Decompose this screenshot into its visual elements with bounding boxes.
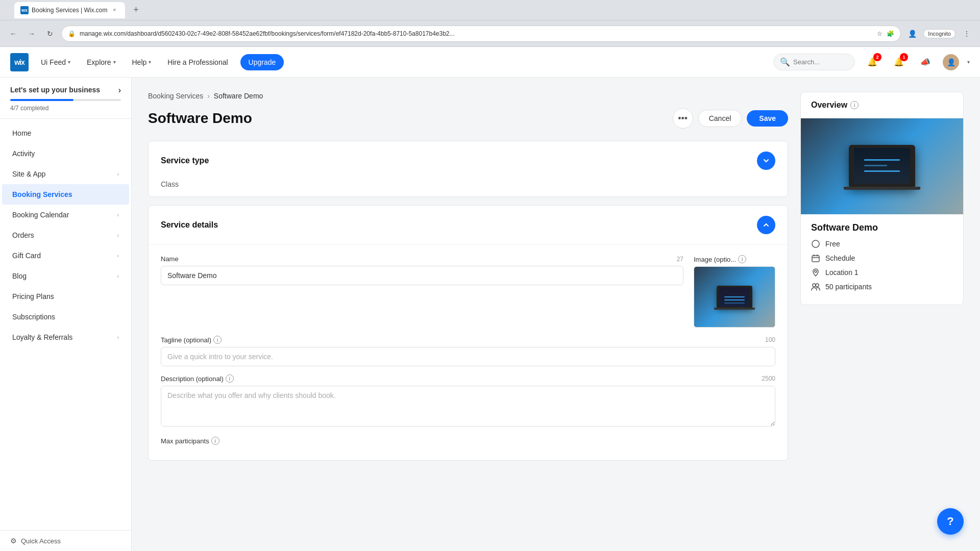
nav-item-hire[interactable]: Hire a Professional [163,56,232,68]
sidebar-item-loyalty-referrals[interactable]: Loyalty & Referrals › [2,327,129,347]
new-tab-btn[interactable]: + [129,3,143,17]
reload-btn[interactable]: ↻ [43,27,57,41]
notifications-badge: 2 [873,53,881,61]
sidebar-item-orders[interactable]: Orders › [2,225,129,245]
description-label-info: Description (optional) i [161,374,234,383]
shield-icon: 🔒 [68,30,76,37]
tab-close-btn[interactable]: × [111,6,119,14]
chevron-down-icon: ▾ [68,59,70,65]
wix-topnav: wix Ui Feed ▾ Explore ▾ Help ▾ Hire a Pr… [0,47,980,78]
name-image-row: Name 27 Image (optio... i [161,255,775,328]
nav-item-uifeed[interactable]: Ui Feed ▾ [37,56,75,68]
chevron-right-icon: › [117,334,119,340]
nav-item-help[interactable]: Help ▾ [128,56,156,68]
setup-progress-text: 4/7 completed [10,105,48,112]
tab-title: Booking Services | Wix.com [32,7,108,14]
setup-section: Let's set up your business › 4/7 complet… [0,78,131,119]
overview-screen [854,148,910,184]
max-participants-label-row: Max participants i [161,437,775,445]
participants-icon [811,282,820,291]
overview-location-detail: Location 1 [811,268,953,277]
address-text: manage.wix.com/dashboard/d5602430-02c7-4… [80,30,873,37]
chevron-right-icon: › [117,273,119,279]
megaphone-btn[interactable]: 📣 [916,53,935,71]
tab-favicon: wx [20,6,29,14]
service-details-collapse-btn[interactable] [757,216,775,234]
sidebar-item-label: Loyalty & Referrals [12,333,72,341]
max-participants-info-icon[interactable]: i [211,437,219,445]
sidebar: Let's set up your business › 4/7 complet… [0,78,132,551]
user-avatar[interactable]: 👤 [943,54,959,70]
menu-btn[interactable]: ⋮ [960,27,974,41]
description-group: Description (optional) i 2500 [161,374,775,429]
nav-item-label: Help [132,58,147,66]
sidebar-item-label: Booking Services [12,190,72,198]
name-input[interactable] [161,266,683,285]
description-textarea[interactable] [161,386,775,427]
save-button[interactable]: Save [747,110,788,127]
cancel-button[interactable]: Cancel [698,110,742,127]
alerts-btn[interactable]: 🔔 1 [890,53,908,71]
image-info-icon[interactable]: i [738,255,746,263]
overview-participants-detail: 50 participants [811,282,953,291]
overview-info-icon[interactable]: i [850,101,859,109]
sidebar-item-booking-calendar[interactable]: Booking Calendar › [2,205,129,225]
screen-lines [864,159,900,172]
sidebar-item-pricing-plans[interactable]: Pricing Plans [2,286,129,307]
overview-header: Overview i [801,92,963,118]
breadcrumb-parent[interactable]: Booking Services [148,92,203,100]
sidebar-item-subscriptions[interactable]: Subscriptions [2,307,129,327]
extensions-icon[interactable]: 🧩 [887,30,894,37]
tagline-input[interactable] [161,347,775,366]
overview-free-label: Free [825,240,840,248]
name-label: Name [161,255,179,263]
sidebar-item-booking-services[interactable]: Booking Services [2,184,129,205]
wix-logo[interactable]: wix [10,53,29,71]
name-group: Name 27 [161,255,683,328]
nav-item-label: Explore [87,58,111,66]
image-upload[interactable] [694,266,775,328]
overview-schedule-detail: Schedule [811,254,953,263]
profile-icon[interactable]: 👤 [905,27,919,41]
breadcrumb: Booking Services › Software Demo [148,92,788,100]
upgrade-button[interactable]: Upgrade [240,54,284,70]
overview-laptop-base [844,187,920,190]
description-label: Description (optional) [161,375,224,383]
svg-rect-1 [812,256,819,262]
forward-btn[interactable]: → [24,27,39,41]
nav-item-label: Ui Feed [41,58,66,66]
sidebar-item-site-app[interactable]: Site & App › [2,164,129,184]
chevron-down-icon: ▾ [149,59,151,65]
search-box[interactable]: 🔍 [773,54,855,70]
service-details-title: Service details [161,220,218,230]
help-bubble[interactable]: ? [937,508,964,535]
search-input[interactable] [793,58,848,66]
breadcrumb-separator: › [207,92,210,100]
sidebar-item-gift-card[interactable]: Gift Card › [2,245,129,266]
progress-bar-container [10,99,121,101]
description-info-icon[interactable]: i [226,374,234,383]
chevron-right-icon: › [117,232,119,238]
name-label-row: Name 27 [161,255,683,263]
service-type-expand-btn[interactable] [757,152,775,170]
notifications-btn[interactable]: 🔔 2 [863,53,881,71]
gear-icon: ⚙ [10,537,17,545]
sidebar-item-label: Booking Calendar [12,211,69,219]
back-btn[interactable]: ← [6,27,20,41]
address-bar[interactable]: 🔒 manage.wix.com/dashboard/d5602430-02c7… [61,26,901,42]
sidebar-item-label: Blog [12,272,27,280]
sidebar-item-home[interactable]: Home [2,123,129,143]
active-tab[interactable]: wx Booking Services | Wix.com × [14,2,125,18]
nav-item-explore[interactable]: Explore ▾ [83,56,119,68]
quick-access-section[interactable]: ⚙ Quick Access [0,530,131,551]
avatar-chevron-icon: ▾ [967,59,970,65]
sidebar-item-activity[interactable]: Activity [2,143,129,164]
sidebar-item-blog[interactable]: Blog › [2,266,129,286]
overview-body: Software Demo Free Schedule [801,214,963,305]
setup-chevron-icon[interactable]: › [118,86,121,95]
star-icon[interactable]: ☆ [877,30,883,37]
tagline-info-icon[interactable]: i [213,336,222,344]
chevron-right-icon: › [117,171,119,177]
more-button[interactable]: ••• [673,108,693,129]
overview-panel: Overview i [800,92,964,537]
